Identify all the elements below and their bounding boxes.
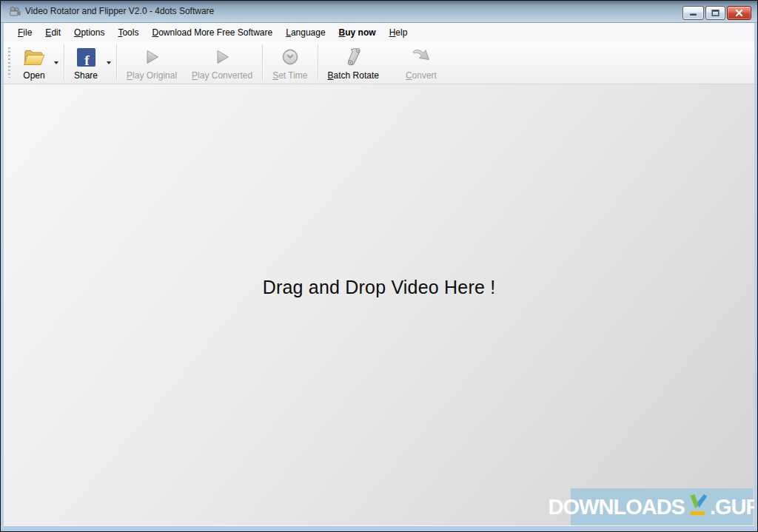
- maximize-icon: [711, 8, 720, 18]
- chevron-down-icon: [54, 61, 58, 64]
- app-window: Video Rotator and Flipper V2.0 - 4dots S…: [0, 0, 758, 532]
- open-dropdown-button[interactable]: [50, 41, 61, 84]
- watermark-text-right: .GURU: [710, 495, 754, 519]
- close-button[interactable]: [727, 6, 751, 20]
- play-converted-label: Play Converted: [192, 70, 252, 81]
- menu-item-tools[interactable]: Tools: [111, 24, 145, 41]
- drop-message: Drag and Drop Video Here !: [4, 277, 754, 298]
- open-folder-icon: [23, 47, 45, 67]
- menu-item-help[interactable]: Help: [383, 24, 415, 41]
- window-frame: File Edit Options Tools Download More Fr…: [1, 23, 757, 531]
- chevron-down-icon: [107, 61, 111, 64]
- share-button[interactable]: f Share: [67, 41, 105, 84]
- open-button[interactable]: Open: [16, 41, 53, 84]
- menu-item-options[interactable]: Options: [67, 24, 111, 41]
- toolbar-separator: [318, 44, 318, 81]
- window-controls: [682, 6, 751, 20]
- play-triangle-icon: [143, 47, 161, 67]
- toolbar-separator: [64, 44, 64, 81]
- toolbar-grip[interactable]: [8, 47, 10, 78]
- maximize-button[interactable]: [705, 6, 725, 20]
- convert-button[interactable]: Convert: [398, 41, 444, 84]
- batch-rotate-label: Batch Rotate: [328, 70, 379, 81]
- minimize-button[interactable]: [682, 6, 704, 20]
- set-time-button[interactable]: Set Time: [265, 41, 315, 84]
- close-icon: [734, 8, 744, 18]
- play-original-button[interactable]: Play Original: [119, 41, 184, 84]
- minimize-icon: [688, 8, 698, 18]
- play-triangle-icon: [213, 47, 231, 67]
- drop-zone[interactable]: Drag and Drop Video Here ! DOWNLOADS .GU…: [4, 84, 754, 525]
- share-label: Share: [74, 70, 98, 81]
- clock-icon: [281, 47, 299, 67]
- menu-item-language[interactable]: Language: [279, 24, 332, 41]
- menu-item-download-more-free-software[interactable]: Download More Free Software: [145, 24, 279, 41]
- toolbar-separator: [116, 44, 117, 81]
- play-original-label: Play Original: [127, 70, 177, 81]
- menu-item-edit[interactable]: Edit: [38, 24, 67, 41]
- downloads-guru-watermark: DOWNLOADS .GURU: [571, 488, 753, 525]
- set-time-label: Set Time: [272, 70, 307, 81]
- watermark-text-left: DOWNLOADS: [549, 495, 685, 519]
- batch-rotate-button[interactable]: Batch Rotate: [321, 41, 386, 84]
- menu-item-buy-now[interactable]: Buy now: [332, 24, 383, 41]
- open-label: Open: [23, 70, 44, 81]
- play-converted-button[interactable]: Play Converted: [184, 41, 260, 84]
- menu-bar: File Edit Options Tools Download More Fr…: [4, 23, 754, 41]
- facebook-icon: f: [77, 47, 95, 67]
- toolbar-separator: [262, 44, 263, 81]
- toolbar: Open f Share Play Original: [4, 41, 754, 84]
- share-dropdown-button[interactable]: [103, 41, 114, 84]
- menu-item-file[interactable]: File: [11, 24, 38, 41]
- film-camera-icon: [9, 6, 21, 18]
- download-arrow-icon: [685, 494, 709, 517]
- window-title: Video Rotator and Flipper V2.0 - 4dots S…: [25, 6, 214, 17]
- scroll-icon: [343, 47, 363, 67]
- curved-arrow-icon: [411, 47, 432, 67]
- convert-label: Convert: [406, 70, 437, 81]
- title-bar[interactable]: Video Rotator and Flipper V2.0 - 4dots S…: [1, 1, 757, 23]
